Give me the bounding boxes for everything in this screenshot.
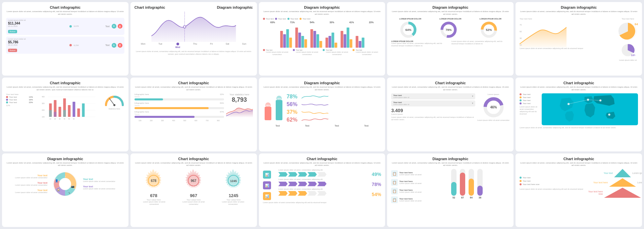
pyramid-svg: Your text Lorem ipsum Your text here Lor… (586, 169, 642, 198)
copy-icon-2[interactable]: ⧉ (112, 43, 116, 48)
svg-rect-60 (77, 108, 80, 117)
day-wed[interactable]: Wed (175, 43, 180, 48)
svg-text:📷: 📷 (71, 185, 74, 188)
svg-text:678: 678 (151, 179, 157, 183)
dot-teal (69, 25, 72, 28)
svg-rect-12 (313, 31, 316, 48)
svg-rect-21 (346, 28, 349, 48)
svg-rect-16 (328, 36, 331, 48)
day-tue[interactable]: Tue (158, 43, 162, 48)
card-12-desc: Lorem ipsum dolor sit amet, consectetur … (135, 162, 253, 167)
copy-icon[interactable]: ⧉ (112, 24, 116, 29)
svg-rect-17 (331, 33, 334, 48)
grouped-bar-chart (263, 24, 381, 48)
days-row: Mon Tue Wed Thu Fri Sat Sun (135, 43, 253, 48)
svg-line-68 (109, 98, 114, 105)
spiky-2: 967 967 Your value here (182, 169, 205, 201)
thermometer-group: 52 87 64 (424, 169, 509, 199)
spiky-1: 678 678 Your value here (142, 169, 165, 201)
stat-value: 3.409 (391, 108, 475, 113)
day-sun[interactable]: Sun (242, 43, 246, 48)
pct-list: 78% 56% 37% (287, 93, 381, 123)
card-3: Diagram infographic Lorem ipsum dolor si… (259, 2, 385, 76)
svg-rect-25 (362, 38, 364, 48)
card-11-desc: Lorem ipsum dolor sit amet, consectetur … (6, 162, 124, 167)
svg-rect-18 (334, 43, 337, 48)
card-2-title: Chart infographic (135, 5, 165, 9)
card-13: Chart infographic Lorem ipsum dolor sit … (259, 153, 385, 227)
svg-text:79%: 79% (445, 28, 451, 32)
progress-section: Infographic here32% Yamen Infographic he… (135, 93, 224, 122)
svg-point-88 (59, 178, 71, 190)
pyramid-legend: Your text Your text Your text here now L… (520, 177, 583, 190)
svg-rect-14 (319, 41, 322, 48)
main-grid: Chart infographic Lorem ipsum dolor sit … (0, 0, 644, 229)
svg-text:400: 400 (42, 96, 45, 98)
svg-text:78%: 78% (277, 98, 281, 100)
button-teal[interactable]: Button (8, 30, 17, 33)
svg-rect-52 (49, 110, 52, 117)
svg-rect-58 (68, 105, 70, 117)
card-13-title: Chart infographic (263, 157, 381, 161)
svg-text:967: 967 (191, 179, 197, 183)
list-item: Lorem ipsum dolor sit $5,786 03-11-2018 … (6, 37, 124, 54)
svg-text:♪: ♪ (64, 175, 66, 178)
card-9-title: Chart infographic (391, 81, 509, 85)
card-5-desc: Lorem ipsum dolor sit amet, consectetur … (520, 10, 638, 16)
dropdown-2[interactable]: Your text Lorem ipsum dolor sit ▾ (391, 100, 475, 106)
svg-rect-8 (298, 33, 301, 48)
card-11-title: Diagram infographic (6, 157, 124, 161)
svg-rect-59 (72, 102, 75, 117)
card-9-desc: Lorem ipsum dolor sit amet, consectetur … (391, 86, 509, 91)
line-chart-svg (135, 12, 253, 42)
card-4: Diagram infographic Lorem ipsum dolor si… (387, 2, 514, 76)
svg-rect-10 (304, 39, 307, 48)
card-12-title: Chart infographic (135, 157, 253, 161)
card-7-title: Chart infographic (135, 81, 253, 85)
dropdown-1[interactable]: Your text Lorem ipsum dolor sit ▾ (391, 93, 475, 99)
card-15-desc: Lorem ipsum dolor sit amet, consectetur … (520, 162, 638, 167)
card-3-title: Diagram infographic (263, 5, 381, 9)
day-fri[interactable]: Fri (210, 43, 213, 48)
card-6-desc: Lorem ipsum dolor sit amet, consectetur … (6, 86, 124, 91)
card-5-title: Diagram infographic (520, 5, 638, 9)
svg-text:60: 60 (73, 118, 75, 120)
svg-text:18%: 18% (631, 54, 635, 57)
card-1: Chart infographic Lorem ipsum dolor sit … (2, 2, 128, 76)
svg-rect-71 (265, 107, 271, 120)
card-14: Diagram infographic Lorem ipsum dolor si… (387, 153, 514, 227)
svg-text:70: 70 (520, 24, 522, 26)
card-5: Diagram infographic Lorem ipsum dolor si… (516, 2, 642, 76)
extra-value-2: 6,234 (74, 44, 103, 46)
card-3-text-legend: Your text Lorem ipsum dolor sit amet con… (263, 49, 381, 56)
delete-icon[interactable]: 🗑 (118, 24, 122, 29)
svg-rect-3 (280, 31, 283, 48)
card-8: Diagram infographic Lorem ipsum dolor si… (259, 78, 385, 151)
dropdowns: Your text Lorem ipsum dolor sit ▾ Your t… (391, 93, 475, 122)
card-14-desc: Lorem ipsum dolor sit amet, consectetur … (391, 162, 509, 167)
circular-diagram-svg: ♪ 📷 🔍 🏠 👤 (50, 169, 80, 199)
card-1-items: Lorem ipsum dolor sit $11,344 03-11-2019… (6, 18, 124, 54)
button-pink[interactable]: Button (8, 49, 17, 52)
day-mon[interactable]: Mon (141, 43, 146, 48)
card-4-desc: Lorem ipsum dolor sit amet, consectetur … (391, 10, 509, 16)
card-1-desc: Lorem ipsum dolor sit amet, consectetur … (6, 10, 124, 16)
card-7-desc: Lorem ipsum dolor sit amet, consectetur … (135, 86, 253, 91)
spiky-3: 1245 1245 Your value here (222, 169, 245, 201)
donut-3: LOREM IPSUM DOLOR 52% (480, 18, 502, 39)
svg-marker-108 (604, 188, 641, 198)
bar-legend: Your text here Your text14% Your text16%… (6, 93, 33, 120)
day-thu[interactable]: Thu (193, 43, 197, 48)
svg-rect-22 (350, 39, 352, 48)
chevron-section: Lorem ipsum dolor sit amet, consectetur … (278, 169, 370, 197)
svg-rect-6 (289, 38, 292, 48)
thermo-4 (477, 169, 483, 196)
svg-marker-106 (614, 169, 631, 177)
svg-point-69 (113, 104, 115, 106)
svg-text:56%: 56% (266, 104, 270, 106)
delete-icon-2[interactable]: 🗑 (118, 43, 122, 48)
svg-rect-55 (58, 107, 61, 117)
svg-rect-23 (356, 36, 358, 48)
day-sat[interactable]: Sat (226, 43, 229, 48)
svg-point-2 (183, 26, 185, 28)
